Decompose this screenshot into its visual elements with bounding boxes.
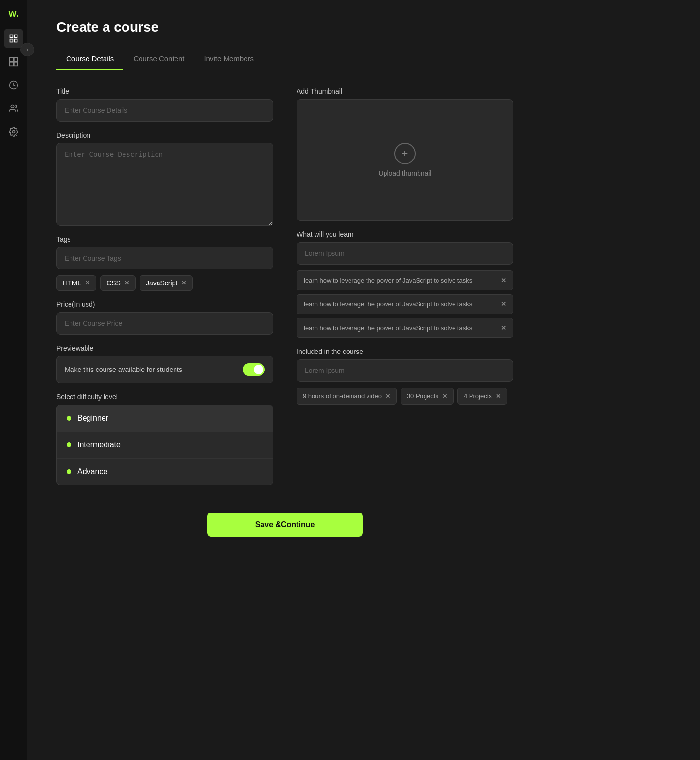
sidebar-item-grid[interactable] (4, 52, 23, 71)
learn-item-0-text: learn how to leverage the power of JavaS… (304, 277, 472, 284)
sidebar: w. › (0, 0, 27, 760)
learn-item-0: learn how to leverage the power of JavaS… (297, 270, 513, 290)
tag-chip-js-remove[interactable]: ✕ (181, 280, 186, 286)
svg-rect-7 (14, 62, 18, 66)
difficulty-advance-label: Advance (77, 467, 107, 476)
difficulty-label: Select difficulty level (56, 393, 273, 401)
thumbnail-label: Add Thumbnail (297, 88, 513, 95)
difficulty-advance[interactable]: Advance (57, 459, 273, 485)
sidebar-item-users[interactable] (4, 99, 23, 118)
included-group: Included in the course 9 hours of on-dem… (297, 348, 513, 405)
svg-rect-2 (10, 39, 13, 42)
svg-rect-1 (15, 35, 18, 38)
title-group: Title (56, 88, 273, 122)
toggle-row-label: Make this course available for students (65, 366, 182, 373)
tag-chip-html: HTML ✕ (56, 275, 96, 291)
description-label: Description (56, 131, 273, 139)
tag-chip-html-label: HTML (63, 279, 81, 287)
toggle-knob (254, 365, 263, 374)
tags-label: Tags (56, 235, 273, 243)
svg-rect-4 (10, 58, 14, 62)
price-group: Price(In usd) (56, 300, 273, 335)
included-item-2-text: 4 Projects (464, 392, 492, 400)
difficulty-beginner-dot (67, 416, 71, 421)
tags-list: HTML ✕ CSS ✕ JavaScript ✕ (56, 275, 273, 291)
title-label: Title (56, 88, 273, 95)
learn-chips: learn how to leverage the power of JavaS… (297, 270, 513, 338)
sidebar-item-dashboard[interactable] (4, 29, 23, 48)
learn-item-1-remove[interactable]: ✕ (501, 300, 506, 308)
previewable-group: Previewable Make this course available f… (56, 344, 273, 383)
previewable-label: Previewable (56, 344, 273, 352)
included-input[interactable] (297, 359, 513, 382)
thumbnail-upload-area[interactable]: + Upload thumbnail (297, 99, 513, 221)
learn-item-2-remove[interactable]: ✕ (501, 324, 506, 332)
included-item-0-remove[interactable]: ✕ (385, 393, 390, 400)
svg-point-10 (13, 131, 15, 133)
difficulty-box: Beginner Intermediate Advance (56, 405, 273, 485)
difficulty-intermediate[interactable]: Intermediate (57, 432, 273, 459)
tabs: Course Details Course Content Invite Mem… (56, 49, 671, 70)
difficulty-advance-dot (67, 469, 71, 474)
main-content: Create a course Course Details Course Co… (27, 0, 700, 760)
svg-point-9 (11, 105, 14, 108)
difficulty-beginner-label: Beginner (77, 414, 108, 423)
description-group: Description (56, 131, 273, 226)
included-item-0: 9 hours of on-demand video ✕ (297, 388, 397, 405)
learn-item-1-text: learn how to leverage the power of JavaS… (304, 300, 472, 308)
sidebar-item-settings[interactable] (4, 122, 23, 141)
learn-item-2-text: learn how to leverage the power of JavaS… (304, 324, 472, 332)
right-column: Add Thumbnail + Upload thumbnail What wi… (297, 88, 513, 485)
price-input[interactable] (56, 312, 273, 335)
tab-course-details[interactable]: Course Details (56, 49, 123, 70)
left-column: Title Description Tags HTML ✕ CSS (56, 88, 273, 485)
included-item-0-text: 9 hours of on-demand video (303, 392, 382, 400)
included-label: Included in the course (297, 348, 513, 355)
svg-rect-6 (10, 62, 14, 66)
learn-input[interactable] (297, 242, 513, 265)
app-logo: w. (9, 8, 18, 19)
included-item-1: 30 Projects ✕ (401, 388, 454, 405)
title-input[interactable] (56, 99, 273, 122)
thumbnail-upload-text: Upload thumbnail (379, 169, 432, 177)
learn-item-1: learn how to leverage the power of JavaS… (297, 294, 513, 314)
svg-rect-5 (14, 58, 18, 62)
tag-chip-css: CSS ✕ (100, 275, 136, 291)
save-continue-button[interactable]: Save &Continue (207, 513, 363, 537)
price-label: Price(In usd) (56, 300, 273, 308)
page-title: Create a course (56, 19, 671, 35)
sidebar-item-activity[interactable] (4, 75, 23, 95)
difficulty-intermediate-label: Intermediate (77, 441, 121, 449)
learn-item-0-remove[interactable]: ✕ (501, 277, 506, 284)
included-item-1-remove[interactable]: ✕ (442, 393, 447, 400)
learn-item-2: learn how to leverage the power of JavaS… (297, 318, 513, 338)
tag-chip-html-remove[interactable]: ✕ (85, 280, 90, 286)
thumbnail-plus-icon: + (394, 143, 416, 164)
thumbnail-group: Add Thumbnail + Upload thumbnail (297, 88, 513, 221)
tag-chip-js-label: JavaScript (146, 279, 177, 287)
included-item-2: 4 Projects ✕ (457, 388, 507, 405)
tab-invite-members[interactable]: Invite Members (194, 49, 263, 70)
tags-input[interactable] (56, 247, 273, 269)
difficulty-beginner[interactable]: Beginner (57, 405, 273, 432)
included-item-2-remove[interactable]: ✕ (496, 393, 501, 400)
tag-chip-css-remove[interactable]: ✕ (124, 280, 129, 286)
included-item-1-text: 30 Projects (407, 392, 438, 400)
form-grid: Title Description Tags HTML ✕ CSS (56, 88, 513, 537)
difficulty-group: Select difficulty level Beginner Interme… (56, 393, 273, 485)
description-input[interactable] (56, 143, 273, 226)
svg-rect-3 (15, 39, 18, 42)
learn-label: What will you learn (297, 230, 513, 238)
tab-course-content[interactable]: Course Content (123, 49, 194, 70)
tag-chip-js: JavaScript ✕ (140, 275, 192, 291)
difficulty-intermediate-dot (67, 442, 71, 447)
sidebar-toggle[interactable]: › (20, 43, 34, 56)
included-chips: 9 hours of on-demand video ✕ 30 Projects… (297, 388, 513, 405)
svg-rect-0 (10, 35, 13, 38)
previewable-toggle[interactable] (243, 363, 265, 376)
tag-chip-css-label: CSS (106, 279, 121, 287)
tags-group: Tags HTML ✕ CSS ✕ JavaScript ✕ (56, 235, 273, 291)
toggle-row: Make this course available for students (56, 356, 273, 383)
learn-group: What will you learn learn how to leverag… (297, 230, 513, 338)
save-btn-row: Save &Continue (56, 501, 513, 537)
